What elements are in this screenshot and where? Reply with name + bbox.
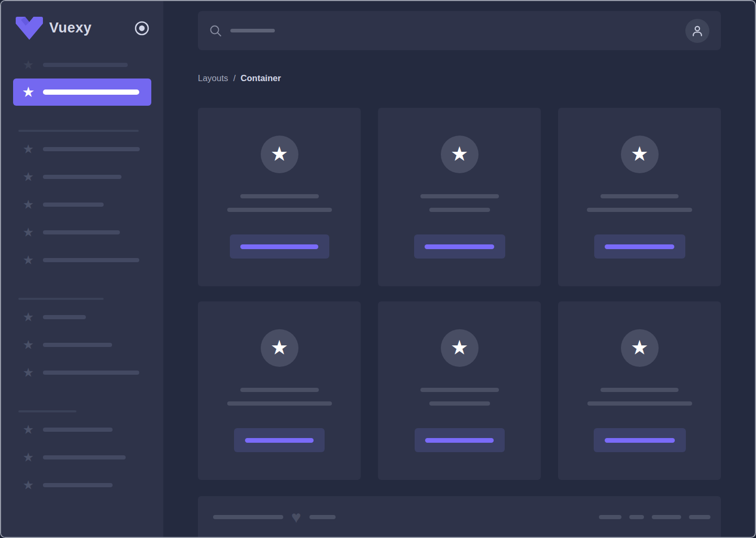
star-icon: ★: [630, 338, 648, 359]
heart-icon: ♥: [291, 509, 301, 525]
vuexy-logo-icon: [16, 17, 43, 40]
section-divider: [18, 130, 139, 132]
skeleton-label: [43, 175, 121, 179]
main-content: Layouts / Container ★ ★ ★ ★: [163, 1, 755, 537]
sidebar-item[interactable]: ★: [1, 218, 163, 246]
star-icon: ★: [21, 479, 36, 491]
sidebar-item[interactable]: ★: [1, 135, 163, 163]
card: ★: [378, 108, 541, 286]
skeleton-button-label: [245, 438, 314, 443]
card-button[interactable]: [594, 234, 685, 259]
skeleton-title: [420, 388, 499, 392]
skeleton-title: [601, 388, 679, 392]
skeleton-subtitle: [429, 401, 490, 406]
sidebar-header: Vuexy: [1, 1, 163, 51]
sidebar-item[interactable]: ★: [1, 303, 163, 331]
skeleton-title: [420, 194, 499, 198]
star-icon: ★: [21, 311, 36, 323]
star-icon: ★: [450, 338, 468, 359]
sidebar-item[interactable]: ★: [1, 443, 163, 471]
star-icon: ★: [21, 85, 36, 99]
app-window: Vuexy ★ ★ ★ ★ ★ ★ ★ ★: [0, 0, 756, 538]
card: ★: [558, 301, 721, 480]
skeleton-subtitle: [227, 208, 332, 212]
skeleton-footer-text: [213, 515, 283, 519]
sidebar-item-active[interactable]: ★: [13, 79, 151, 106]
sidebar-item[interactable]: ★: [1, 471, 163, 499]
section-divider: [18, 298, 104, 300]
card-button[interactable]: [414, 234, 505, 259]
search-bar[interactable]: [198, 11, 721, 50]
sidebar-sections: ★ ★ ★ ★ ★ ★ ★ ★ ★ ★ ★: [1, 130, 163, 499]
skeleton-label: [43, 428, 113, 432]
breadcrumb-current: Container: [241, 73, 281, 83]
footer-card: ♥: [198, 496, 721, 538]
user-avatar-button[interactable]: [685, 19, 709, 43]
skeleton-label: [43, 315, 86, 319]
skeleton-subtitle: [429, 208, 490, 212]
brand-title: Vuexy: [49, 20, 134, 36]
card-grid: ★ ★ ★ ★ ★: [198, 108, 721, 480]
sidebar-item[interactable]: ★: [1, 358, 163, 386]
sidebar-item[interactable]: ★: [1, 51, 163, 79]
card-avatar: ★: [621, 136, 659, 173]
skeleton-subtitle: [587, 208, 692, 212]
card: ★: [378, 301, 541, 480]
skeleton-label: [43, 483, 113, 487]
search-placeholder-skeleton: [230, 29, 275, 32]
skeleton-label: [43, 455, 126, 459]
card-avatar: ★: [261, 136, 298, 173]
user-icon: [691, 24, 704, 38]
card-button[interactable]: [594, 428, 686, 452]
breadcrumb: Layouts / Container: [198, 73, 721, 83]
skeleton-footer-link: [652, 515, 681, 519]
sidebar-item[interactable]: ★: [1, 190, 163, 218]
skeleton-label: [43, 343, 112, 347]
skeleton-subtitle: [227, 401, 332, 406]
sidebar-item[interactable]: ★: [1, 246, 163, 274]
section-divider: [18, 410, 76, 412]
skeleton-label: [43, 63, 128, 67]
star-icon: ★: [630, 144, 648, 165]
radio-toggle-icon[interactable]: [134, 20, 150, 36]
skeleton-footer-link: [629, 515, 644, 519]
star-icon: ★: [270, 144, 288, 165]
skeleton-label: [43, 258, 139, 262]
sidebar-item[interactable]: ★: [1, 416, 163, 443]
search-icon: [209, 25, 222, 37]
card-avatar: ★: [441, 329, 479, 367]
star-icon: ★: [21, 451, 36, 464]
breadcrumb-separator: /: [233, 73, 236, 83]
skeleton-label: [43, 147, 140, 151]
skeleton-button-label: [240, 244, 318, 249]
star-icon: ★: [21, 198, 36, 211]
sidebar-item[interactable]: ★: [1, 331, 163, 358]
breadcrumb-parent[interactable]: Layouts: [198, 73, 228, 83]
skeleton-button-label: [605, 438, 675, 443]
card-button[interactable]: [415, 428, 505, 452]
card-avatar: ★: [441, 136, 479, 173]
star-icon: ★: [21, 366, 36, 379]
star-icon: ★: [270, 338, 288, 359]
star-icon: ★: [21, 226, 36, 239]
card: ★: [558, 108, 721, 286]
card: ★: [198, 108, 361, 286]
skeleton-title: [240, 388, 319, 392]
star-icon: ★: [21, 171, 36, 183]
star-icon: ★: [21, 254, 36, 266]
skeleton-button-label: [425, 438, 494, 443]
skeleton-button-label: [425, 244, 494, 249]
skeleton-footer-text: [309, 515, 336, 519]
skeleton-button-label: [605, 244, 674, 249]
card-button[interactable]: [234, 428, 325, 452]
skeleton-subtitle: [587, 401, 692, 406]
footer-links: [591, 515, 710, 519]
card-avatar: ★: [621, 329, 659, 367]
skeleton-label: [43, 89, 139, 95]
star-icon: ★: [450, 144, 468, 165]
sidebar: Vuexy ★ ★ ★ ★ ★ ★ ★ ★: [1, 1, 163, 537]
skeleton-footer-link: [599, 515, 621, 519]
card-avatar: ★: [261, 329, 298, 367]
card-button[interactable]: [230, 234, 329, 259]
sidebar-item[interactable]: ★: [1, 163, 163, 190]
